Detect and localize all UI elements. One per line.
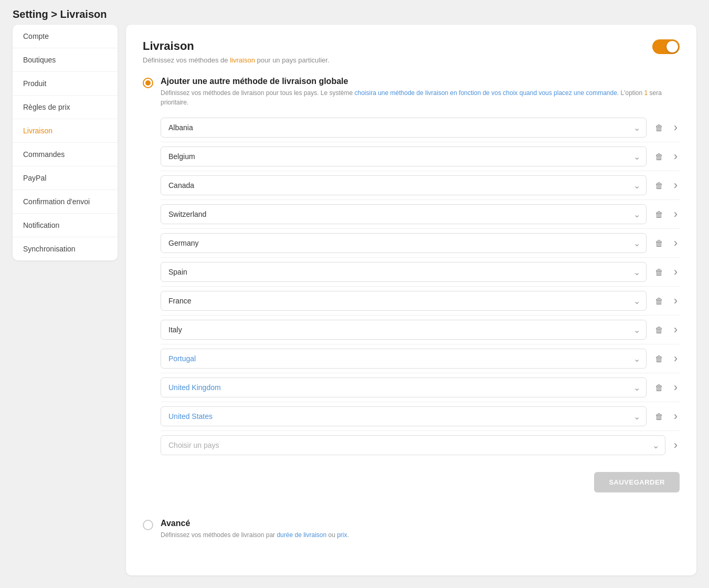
table-row: United States xyxy=(161,402,680,431)
sidebar-item-synchronisation[interactable]: Synchronisation xyxy=(13,237,118,260)
sidebar-item-notification[interactable]: Notification xyxy=(13,214,118,237)
delete-switzerland-button[interactable] xyxy=(653,207,665,222)
sidebar-item-produit[interactable]: Produit xyxy=(13,72,118,96)
chevron-right-icon xyxy=(674,439,678,452)
trash-icon xyxy=(655,267,663,278)
chevron-right-icon xyxy=(674,122,678,134)
advanced-option-label: Avancé xyxy=(161,519,349,528)
country-select-spain[interactable]: Spain xyxy=(161,262,647,282)
save-button[interactable]: SAUVEGARDER xyxy=(594,472,680,492)
chevron-right-icon xyxy=(674,237,678,249)
subtitle-text-start: Définissez vos méthodes de xyxy=(143,56,230,64)
arrow-portugal-button[interactable] xyxy=(672,351,680,367)
country-select-us[interactable]: United States xyxy=(161,406,647,426)
country-select-canada[interactable]: Canada xyxy=(161,175,647,195)
global-option-desc: Définissez vos méthodes de livraison pou… xyxy=(161,88,680,107)
country-select-wrapper: Canada xyxy=(161,175,647,195)
avance-desc-end: . xyxy=(347,531,349,539)
arrow-albania-button[interactable] xyxy=(672,120,680,136)
desc-link1: choisira une méthode de livraison en fon… xyxy=(355,89,619,97)
main-panel: Livraison Définissez vos méthodes de liv… xyxy=(126,25,696,575)
chevron-right-icon xyxy=(674,353,678,365)
avance-link1[interactable]: durée de livraison xyxy=(277,531,326,539)
chevron-right-icon xyxy=(674,382,678,394)
country-select-albania[interactable]: Albania xyxy=(161,118,647,138)
table-row: United Kingdom xyxy=(161,373,680,402)
trash-icon xyxy=(655,238,663,249)
delete-canada-button[interactable] xyxy=(653,178,665,193)
country-select-placeholder[interactable]: Choisir un pays xyxy=(161,435,665,455)
table-row: Choisir un pays xyxy=(161,431,680,459)
sidebar-item-commandes[interactable]: Commandes xyxy=(13,143,118,166)
avance-link2[interactable]: prix xyxy=(337,531,347,539)
country-list: Albania Belgium xyxy=(161,113,680,459)
trash-icon xyxy=(655,180,663,191)
delete-portugal-button[interactable] xyxy=(653,351,665,366)
arrow-belgium-button[interactable] xyxy=(672,149,680,165)
table-row: Spain xyxy=(161,258,680,287)
country-select-wrapper: Portugal xyxy=(161,349,647,369)
arrow-us-button[interactable] xyxy=(672,408,680,425)
country-select-france[interactable]: France xyxy=(161,291,647,311)
table-row: France xyxy=(161,287,680,316)
global-radio-button[interactable] xyxy=(143,78,153,88)
sidebar-item-paypal[interactable]: PayPal xyxy=(13,166,118,190)
delete-us-button[interactable] xyxy=(653,409,665,424)
advanced-option-content: Avancé Définissez vos méthodes de livrai… xyxy=(161,519,349,540)
country-select-wrapper: Spain xyxy=(161,262,647,282)
delete-germany-button[interactable] xyxy=(653,236,665,251)
trash-icon xyxy=(655,382,663,393)
subtitle-link[interactable]: livraison xyxy=(230,56,255,64)
toggle-thumb xyxy=(666,41,678,52)
sidebar-item-boutiques[interactable]: Boutiques xyxy=(13,48,118,72)
delete-uk-button[interactable] xyxy=(653,380,665,395)
delete-spain-button[interactable] xyxy=(653,265,665,280)
avance-desc-start: Définissez vos méthodes de livraison par xyxy=(161,531,277,539)
chevron-right-icon xyxy=(674,295,678,307)
breadcrumb: Setting > Livraison xyxy=(0,0,709,25)
global-option-label: Ajouter une autre méthode de livraison g… xyxy=(161,77,680,86)
arrow-spain-button[interactable] xyxy=(672,264,680,280)
country-select-switzerland[interactable]: Switzerland xyxy=(161,204,647,224)
country-select-uk[interactable]: United Kingdom xyxy=(161,377,647,397)
arrow-new-button[interactable] xyxy=(672,437,680,454)
chevron-right-icon xyxy=(674,411,678,423)
sidebar-item-confirmation-envoi[interactable]: Confirmation d'envoi xyxy=(13,190,118,214)
global-option-content: Ajouter une autre méthode de livraison g… xyxy=(161,77,680,492)
country-select-portugal[interactable]: Portugal xyxy=(161,349,647,369)
country-select-germany[interactable]: Germany xyxy=(161,233,647,253)
arrow-uk-button[interactable] xyxy=(672,380,680,396)
trash-icon xyxy=(655,324,663,335)
chevron-right-icon xyxy=(674,208,678,220)
trash-icon xyxy=(655,296,663,307)
table-row: Germany xyxy=(161,229,680,258)
arrow-germany-button[interactable] xyxy=(672,235,680,251)
country-select-belgium[interactable]: Belgium xyxy=(161,146,647,166)
country-select-wrapper: Germany xyxy=(161,233,647,253)
delete-belgium-button[interactable] xyxy=(653,149,665,164)
arrow-canada-button[interactable] xyxy=(672,177,680,194)
table-row: Portugal xyxy=(161,344,680,373)
delete-italy-button[interactable] xyxy=(653,322,665,338)
sidebar-item-livraison[interactable]: Livraison xyxy=(13,119,118,143)
page-subtitle: Définissez vos méthodes de livraison pou… xyxy=(143,56,330,64)
delete-france-button[interactable] xyxy=(653,293,665,309)
arrow-italy-button[interactable] xyxy=(672,322,680,338)
trash-icon xyxy=(655,122,663,133)
content-header: Livraison Définissez vos méthodes de liv… xyxy=(143,39,680,64)
country-select-italy[interactable]: Italy xyxy=(161,320,647,340)
avance-desc-mid: ou xyxy=(326,531,337,539)
desc-start: Définissez vos méthodes de livraison pou… xyxy=(161,89,355,97)
trash-icon xyxy=(655,209,663,220)
trash-icon xyxy=(655,151,663,162)
sidebar-item-compte[interactable]: Compte xyxy=(13,25,118,48)
delete-albania-button[interactable] xyxy=(653,120,665,135)
arrow-france-button[interactable] xyxy=(672,293,680,309)
arrow-switzerland-button[interactable] xyxy=(672,206,680,223)
sidebar-item-regles-de-prix[interactable]: Règles de prix xyxy=(13,96,118,119)
trash-icon xyxy=(655,353,663,364)
livraison-toggle[interactable] xyxy=(652,39,680,54)
table-row: Albania xyxy=(161,113,680,142)
page-title: Livraison xyxy=(143,39,330,53)
advanced-radio-button[interactable] xyxy=(143,520,153,530)
